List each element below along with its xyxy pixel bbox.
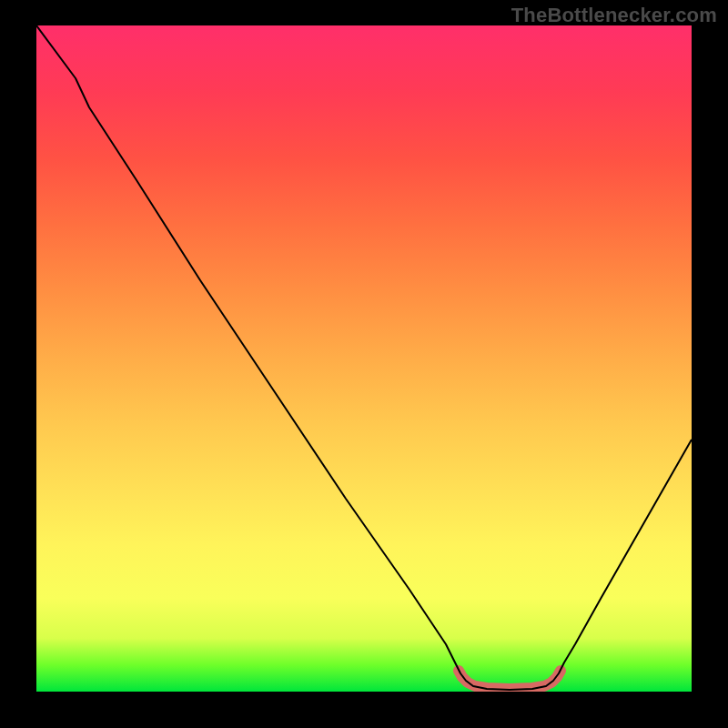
main-curve (36, 25, 692, 690)
chart-svg (36, 25, 692, 692)
watermark-text: TheBottlenecker.com (511, 4, 717, 27)
chart-frame: TheBottlenecker.com (0, 0, 728, 728)
plot-area (36, 25, 692, 692)
